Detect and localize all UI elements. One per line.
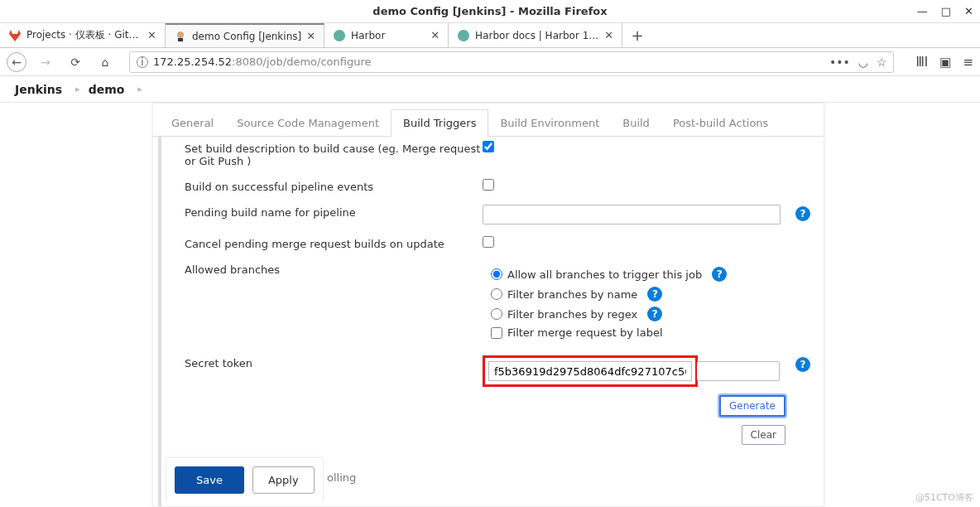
window-controls: — □ ✕: [917, 5, 973, 17]
tab-label: Harbor: [351, 30, 425, 41]
gitlab-icon: [8, 29, 22, 42]
site-info-icon[interactable]: i: [137, 56, 148, 68]
browser-tab-jenkins[interactable]: demo Config [Jenkins] ✕: [166, 23, 324, 47]
label-build-pipeline: Build on successful pipeline events: [185, 179, 483, 193]
breadcrumb: Jenkins ▸ demo ▸: [0, 76, 980, 103]
radio-allow-all[interactable]: [491, 268, 502, 280]
close-icon[interactable]: ✕: [147, 29, 156, 41]
row-set-build-desc: Set build description to build cause (eg…: [185, 141, 809, 167]
radio-label-all: Allow all branches to trigger this job: [507, 268, 702, 281]
page-actions-icon[interactable]: •••: [829, 56, 850, 69]
browser-tab-gitlab[interactable]: Projects · 仪表板 · GitLab ✕: [0, 23, 166, 47]
breadcrumb-demo[interactable]: demo: [89, 83, 125, 96]
tab-build-triggers[interactable]: Build Triggers: [391, 109, 488, 137]
library-icon[interactable]: ⅢⅠ: [915, 55, 928, 70]
checkbox-filter-label[interactable]: [491, 327, 502, 339]
window-maximize-icon[interactable]: □: [941, 5, 951, 17]
config-panel: General Source Code Management Build Tri…: [152, 103, 824, 507]
tab-label: Harbor docs | Harbor 1.1…: [475, 30, 599, 41]
browser-tabstrip: Projects · 仪表板 · GitLab ✕ demo Config [J…: [0, 23, 980, 48]
toolbar-right: ⅢⅠ ▣ ≡: [915, 55, 973, 70]
sidebar-icon[interactable]: ▣: [939, 55, 951, 70]
svg-point-2: [334, 30, 345, 41]
help-icon[interactable]: ?: [647, 287, 662, 302]
tab-scm[interactable]: Source Code Management: [225, 110, 391, 136]
chevron-right-icon: ▸: [75, 84, 80, 94]
input-secret-token[interactable]: [488, 361, 692, 381]
checkbox-set-build-desc[interactable]: [483, 141, 494, 152]
radio-label-name: Filter branches by name: [507, 288, 637, 301]
label-pending-name: Pending build name for pipeline: [185, 205, 483, 219]
apply-button[interactable]: Apply: [252, 466, 315, 494]
svg-point-0: [177, 31, 184, 38]
label-allowed-branches: Allowed branches: [185, 262, 483, 276]
url-text: 172.25.254.52:8080/job/demo/configure: [153, 56, 371, 68]
help-icon[interactable]: ?: [795, 357, 810, 372]
tab-build-environment[interactable]: Build Environment: [488, 110, 611, 136]
tab-build[interactable]: Build: [611, 110, 661, 136]
breadcrumb-jenkins[interactable]: Jenkins: [15, 83, 62, 96]
label-cancel-pending: Cancel pending merge request builds on u…: [185, 236, 483, 250]
jenkins-icon: [174, 30, 187, 43]
window-close-icon[interactable]: ✕: [964, 5, 973, 17]
help-icon[interactable]: ?: [712, 267, 727, 282]
svg-point-3: [458, 30, 469, 41]
harbor-icon: [333, 29, 346, 42]
window-minimize-icon[interactable]: —: [917, 5, 928, 17]
home-button[interactable]: ⌂: [94, 51, 116, 73]
close-icon[interactable]: ✕: [604, 29, 613, 41]
close-icon[interactable]: ✕: [306, 30, 315, 42]
generate-button[interactable]: Generate: [719, 395, 785, 417]
radio-filter-name[interactable]: [491, 288, 502, 300]
browser-tab-harbor-docs[interactable]: Harbor docs | Harbor 1.1… ✕: [449, 23, 622, 47]
tab-general[interactable]: General: [160, 110, 225, 136]
row-pending-name: Pending build name for pipeline ?: [185, 205, 809, 225]
form-area: Set build description to build cause (eg…: [158, 137, 824, 506]
window-title: demo Config [Jenkins] - Mozilla Firefox: [372, 5, 607, 17]
label-set-build-desc: Set build description to build cause (eg…: [185, 141, 483, 167]
save-button[interactable]: Save: [175, 466, 244, 494]
input-pending-name[interactable]: [483, 205, 781, 225]
radio-filter-regex[interactable]: [491, 308, 502, 320]
new-tab-button[interactable]: +: [622, 23, 652, 47]
row-allowed-branches: Allowed branches Allow all branches to t…: [185, 262, 809, 344]
tab-label: demo Config [Jenkins]: [192, 31, 301, 42]
tab-post-build[interactable]: Post-build Actions: [661, 110, 780, 136]
secret-token-highlight: [483, 355, 698, 387]
help-icon[interactable]: ?: [647, 307, 662, 321]
svg-rect-1: [178, 38, 183, 41]
row-cancel-pending: Cancel pending merge request builds on u…: [185, 236, 809, 250]
watermark: @51CTO博客: [915, 491, 973, 504]
row-build-pipeline: Build on successful pipeline events: [185, 179, 809, 193]
tab-label: Projects · 仪表板 · GitLab: [26, 28, 142, 42]
forward-button[interactable]: →: [35, 51, 56, 73]
input-secret-token-overflow[interactable]: [697, 361, 780, 381]
checkbox-cancel-pending[interactable]: [483, 236, 494, 248]
browser-navbar: ← → ⟳ ⌂ i 172.25.254.52:8080/job/demo/co…: [0, 48, 980, 76]
window-titlebar: demo Config [Jenkins] - Mozilla Firefox …: [0, 0, 980, 23]
polling-fragment: olling: [327, 471, 356, 484]
chevron-right-icon: ▸: [137, 84, 142, 94]
radio-label-regex: Filter branches by regex: [507, 308, 637, 321]
reader-icon[interactable]: ◡: [858, 56, 868, 69]
reload-button[interactable]: ⟳: [65, 51, 86, 73]
checkbox-build-pipeline[interactable]: [483, 179, 494, 191]
harbor-icon: [457, 29, 470, 42]
menu-icon[interactable]: ≡: [963, 55, 973, 70]
url-bar[interactable]: i 172.25.254.52:8080/job/demo/configure …: [129, 51, 894, 73]
row-secret-token: Secret token ? Generate Clear: [185, 355, 809, 445]
footer-buttons: Save Apply: [166, 457, 324, 502]
check-label-mr: Filter merge request by label: [507, 326, 663, 339]
label-secret-token: Secret token: [185, 355, 483, 369]
back-button[interactable]: ←: [7, 52, 26, 72]
clear-button[interactable]: Clear: [742, 425, 785, 445]
help-icon[interactable]: ?: [795, 206, 810, 221]
browser-tab-harbor[interactable]: Harbor ✕: [324, 23, 449, 47]
bookmark-icon[interactable]: ☆: [877, 56, 887, 69]
page-content: Jenkins ▸ demo ▸ General Source Code Man…: [0, 76, 980, 507]
config-tabs: General Source Code Management Build Tri…: [153, 104, 824, 137]
close-icon[interactable]: ✕: [430, 29, 440, 41]
